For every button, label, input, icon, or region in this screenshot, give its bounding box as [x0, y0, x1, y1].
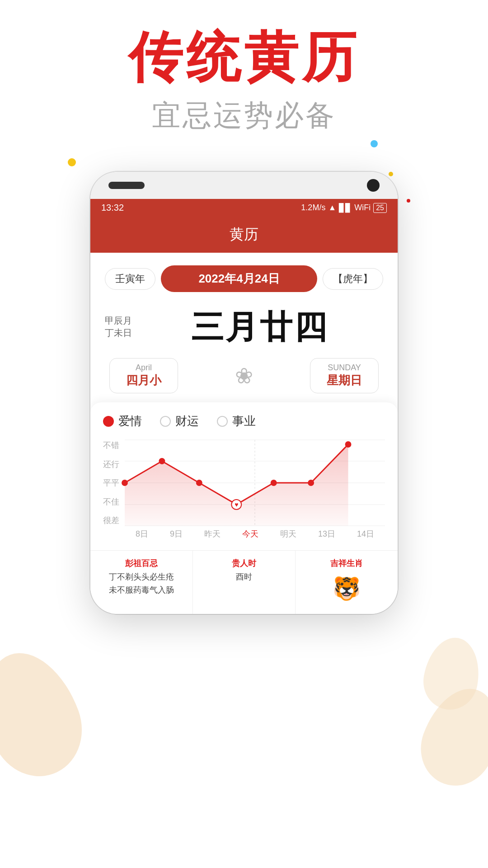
status-signal-icon: ▲	[328, 203, 336, 212]
info-bottom: 彭祖百忌 丁不剃头头必生疮 未不服药毒气入肠 贵人时 酉时 吉祥生肖 🐯	[90, 550, 398, 614]
fortune-section: 爱情 财运 事业 不错 还行 平平	[90, 402, 398, 550]
svg-point-9	[196, 480, 202, 486]
tab-wealth[interactable]: 财运	[160, 413, 199, 429]
hero-subtitle: 宜忌运势必备	[0, 96, 488, 135]
date-row: 壬寅年 2022年4月24日 【虎年】	[105, 265, 383, 292]
status-bar: 13:32 1.2M/s ▲ ▊▊ WiFi 25	[90, 199, 398, 217]
month-cn: 四月小	[126, 373, 161, 388]
lunar-left-labels: 甲辰月 丁未日	[105, 315, 132, 339]
status-wifi2-icon: WiFi	[354, 203, 371, 212]
tab-love[interactable]: 爱情	[103, 413, 142, 429]
date-main: 2022年4月24日	[161, 265, 317, 292]
x-label-4: 明天	[280, 528, 296, 539]
tab-dot-love	[103, 416, 114, 427]
y-label-4: 很差	[103, 515, 123, 526]
fortune-chart: 不错 还行 平平 不佳 很差	[103, 440, 385, 539]
phone-top-bar	[90, 172, 398, 199]
y-label-2: 平平	[103, 477, 123, 488]
chart-svg-area: ♥	[125, 440, 385, 526]
y-label-3: 不佳	[103, 496, 123, 507]
svg-point-8	[159, 458, 165, 464]
month-en: April	[126, 363, 161, 373]
x-label-5: 13日	[318, 528, 335, 539]
info-col-shengxiao: 吉祥生肖 🐯	[296, 551, 398, 614]
flower-decoration: ❀	[235, 363, 253, 388]
day-cn: 星期日	[327, 373, 362, 388]
info-col-guiren: 贵人时 酉时	[193, 551, 296, 614]
calendar-section: 壬寅年 2022年4月24日 【虎年】 甲辰月 丁未日 三月廿四 April 四…	[90, 253, 398, 402]
decorative-peach-left	[0, 639, 96, 789]
tab-dot-wealth	[160, 416, 171, 427]
info-col-pengzu-content: 丁不剃头头必生疮 未不服药毒气入肠	[97, 571, 186, 597]
status-right: 1.2M/s ▲ ▊▊ WiFi 25	[301, 203, 387, 213]
status-battery: 25	[373, 203, 387, 213]
x-label-6: 14日	[357, 528, 374, 539]
info-col-pengzu: 彭祖百忌 丁不剃头头必生疮 未不服药毒气入肠	[90, 551, 193, 614]
status-speed: 1.2M/s	[301, 203, 325, 212]
zodiac-label: 【虎年】	[323, 268, 383, 290]
svg-point-13	[308, 480, 314, 486]
lunar-day-label: 丁未日	[105, 327, 132, 339]
x-label-2: 昨天	[204, 528, 221, 539]
lunar-date-big: 三月廿四	[136, 306, 383, 349]
chart-y-labels: 不错 还行 平平 不佳 很差	[103, 440, 123, 526]
info-col-pengzu-title: 彭祖百忌	[97, 558, 186, 569]
lunar-row: 甲辰月 丁未日 三月廿四	[105, 301, 383, 353]
svg-text:♥: ♥	[235, 501, 238, 508]
phone-screen: 13:32 1.2M/s ▲ ▊▊ WiFi 25 黄历 壬寅年	[90, 199, 398, 614]
phone-speaker	[108, 182, 145, 189]
tab-dot-career	[217, 416, 228, 427]
tab-label-career: 事业	[232, 413, 256, 429]
svg-marker-6	[125, 444, 348, 526]
phone-camera	[367, 179, 380, 192]
fortune-tabs[interactable]: 爱情 财运 事业	[103, 413, 385, 429]
info-col-guiren-content: 酉时	[199, 571, 289, 584]
pengzu-line2: 未不服药毒气入肠	[97, 584, 186, 597]
tab-career[interactable]: 事业	[217, 413, 256, 429]
x-label-today: 今天	[242, 528, 258, 539]
day-en: SUNDAY	[327, 363, 362, 373]
phone-mockup: 13:32 1.2M/s ▲ ▊▊ WiFi 25 黄历 壬寅年	[90, 172, 398, 614]
pengzu-line1: 丁不剃头头必生疮	[97, 571, 186, 584]
y-label-0: 不错	[103, 440, 123, 451]
tab-label-love: 爱情	[118, 413, 142, 429]
app-header: 黄历	[90, 217, 398, 253]
info-col-guiren-title: 贵人时	[199, 558, 289, 569]
chart-x-labels: 8日 9日 昨天 今天 明天 13日 14日	[125, 528, 385, 539]
month-box: April 四月小	[109, 358, 178, 393]
app-title: 黄历	[90, 225, 398, 245]
hero-title: 传统黄历	[0, 27, 488, 87]
year-label: 壬寅年	[105, 268, 155, 290]
day-box: SUNDAY 星期日	[310, 358, 379, 393]
hero-section: 传统黄历 宜忌运势必备	[0, 27, 488, 135]
tab-label-wealth: 财运	[175, 413, 199, 429]
x-label-1: 9日	[170, 528, 183, 539]
svg-point-14	[345, 441, 352, 448]
lunar-month-label: 甲辰月	[105, 315, 132, 327]
tiger-icon: 🐯	[302, 571, 391, 607]
month-day-row: April 四月小 ❀ SUNDAY 星期日	[105, 358, 383, 393]
status-time: 13:32	[101, 203, 124, 213]
status-wifi-icon: ▊▊	[339, 203, 352, 213]
svg-point-12	[271, 480, 277, 486]
phone-outer: 13:32 1.2M/s ▲ ▊▊ WiFi 25 黄历 壬寅年	[90, 172, 398, 614]
info-col-shengxiao-title: 吉祥生肖	[302, 558, 391, 569]
y-label-1: 还行	[103, 459, 123, 470]
x-label-0: 8日	[136, 528, 148, 539]
svg-point-7	[122, 480, 128, 486]
